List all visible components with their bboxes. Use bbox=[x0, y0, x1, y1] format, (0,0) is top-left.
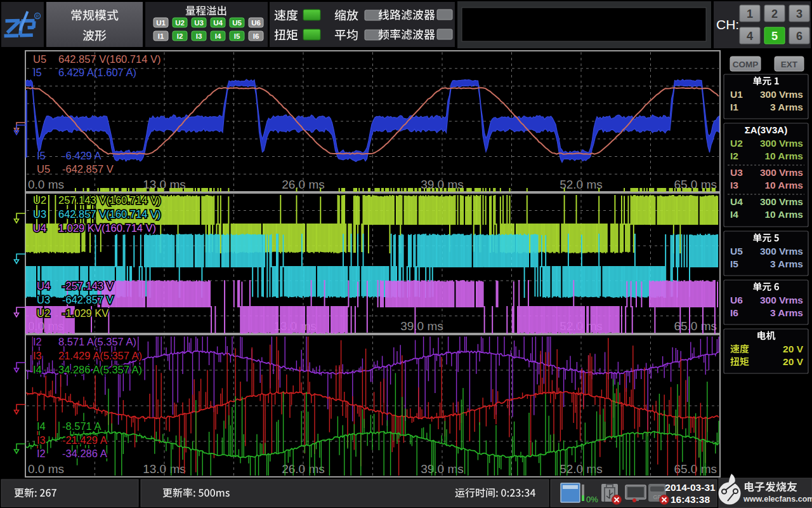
svg-text:-21.429 A: -21.429 A bbox=[62, 434, 107, 446]
svg-text:I2: I2 bbox=[37, 448, 46, 459]
svg-text:3 Arms: 3 Arms bbox=[770, 258, 803, 269]
svg-text:10 Arms: 10 Arms bbox=[764, 150, 803, 161]
svg-text:300 Vrms: 300 Vrms bbox=[760, 295, 803, 305]
svg-text:I5: I5 bbox=[33, 67, 42, 78]
svg-text:U2: U2 bbox=[175, 19, 185, 27]
svg-text:I5: I5 bbox=[37, 150, 46, 161]
svg-text:ΣA(3V3A): ΣA(3V3A) bbox=[745, 124, 787, 135]
svg-text:0.0 ms: 0.0 ms bbox=[28, 462, 64, 476]
svg-text:300 Vrms: 300 Vrms bbox=[760, 89, 803, 100]
svg-text:39.0 ms: 39.0 ms bbox=[421, 462, 464, 476]
svg-text:U2: U2 bbox=[730, 138, 743, 149]
svg-text:I4: I4 bbox=[33, 364, 42, 375]
svg-text:16:43:38: 16:43:38 bbox=[671, 494, 710, 505]
svg-text:20 V: 20 V bbox=[783, 344, 804, 354]
svg-text:300 Vrms: 300 Vrms bbox=[760, 167, 803, 178]
svg-text:U4: U4 bbox=[33, 222, 46, 234]
svg-text:257.143 V(160.714 V): 257.143 V(160.714 V) bbox=[58, 194, 160, 206]
svg-text:U2: U2 bbox=[33, 194, 46, 206]
svg-text:6.429 A(1.607 A): 6.429 A(1.607 A) bbox=[58, 67, 136, 78]
svg-text:www.elecfans.com: www.elecfans.com bbox=[743, 495, 812, 504]
svg-text:I6: I6 bbox=[253, 32, 259, 40]
svg-text:U2: U2 bbox=[37, 307, 50, 319]
svg-text:-34.286 A: -34.286 A bbox=[62, 448, 107, 459]
svg-text:I1: I1 bbox=[158, 32, 164, 40]
svg-text:I5: I5 bbox=[234, 32, 240, 40]
svg-text:52.0 ms: 52.0 ms bbox=[560, 462, 603, 476]
svg-text:642.857 V(160.714 V): 642.857 V(160.714 V) bbox=[58, 53, 160, 65]
svg-text:3 Arms: 3 Arms bbox=[770, 307, 803, 318]
svg-text:21.429 A(5.357 A): 21.429 A(5.357 A) bbox=[58, 350, 142, 361]
svg-text:642.857 V(160.714 V): 642.857 V(160.714 V) bbox=[58, 208, 160, 220]
svg-text:I1: I1 bbox=[730, 102, 738, 112]
svg-text:U4: U4 bbox=[213, 19, 223, 27]
svg-text:5: 5 bbox=[771, 30, 778, 43]
svg-text:I3: I3 bbox=[33, 350, 42, 361]
svg-text:1: 1 bbox=[747, 8, 753, 20]
svg-text:-6.429 A: -6.429 A bbox=[62, 150, 101, 161]
svg-text:EXT: EXT bbox=[781, 60, 798, 69]
svg-text:26.0 ms: 26.0 ms bbox=[282, 178, 325, 191]
svg-text:2014-03-31: 2014-03-31 bbox=[665, 482, 716, 493]
svg-text:-1.029 KV: -1.029 KV bbox=[62, 307, 108, 319]
svg-text:U3: U3 bbox=[194, 19, 204, 27]
svg-text:I2: I2 bbox=[730, 150, 738, 161]
svg-text:0%: 0% bbox=[586, 495, 598, 504]
svg-text:I2: I2 bbox=[33, 336, 42, 347]
svg-text:U1: U1 bbox=[156, 19, 166, 27]
svg-text:U5: U5 bbox=[730, 246, 743, 257]
svg-text:U6: U6 bbox=[730, 295, 743, 305]
svg-text:20 V: 20 V bbox=[783, 356, 804, 367]
svg-text:U5: U5 bbox=[33, 53, 46, 65]
svg-text:300 Vrms: 300 Vrms bbox=[760, 246, 803, 257]
svg-text:-642.857 V: -642.857 V bbox=[62, 294, 114, 305]
svg-text:300 Vrms: 300 Vrms bbox=[760, 196, 803, 207]
svg-text:U6: U6 bbox=[251, 19, 261, 27]
svg-text:8.571 A(5.357 A): 8.571 A(5.357 A) bbox=[58, 336, 136, 347]
svg-text:I4: I4 bbox=[215, 32, 221, 40]
svg-text:3: 3 bbox=[796, 8, 802, 20]
svg-text:I3: I3 bbox=[730, 180, 738, 190]
svg-text:-642.857 V: -642.857 V bbox=[62, 163, 114, 175]
svg-text:U5: U5 bbox=[232, 19, 242, 27]
svg-text:4: 4 bbox=[747, 30, 753, 43]
svg-text:-8.571 A: -8.571 A bbox=[62, 420, 101, 432]
svg-text:-257.143 V: -257.143 V bbox=[62, 280, 114, 291]
svg-text:U5: U5 bbox=[37, 163, 50, 175]
svg-text:U3: U3 bbox=[33, 208, 46, 220]
svg-text:I2: I2 bbox=[177, 32, 183, 40]
svg-text:1.029 KV(160.714 V): 1.029 KV(160.714 V) bbox=[58, 222, 156, 234]
svg-text:I3: I3 bbox=[196, 32, 202, 40]
svg-text:I3: I3 bbox=[37, 434, 46, 446]
svg-text:U1: U1 bbox=[730, 89, 743, 100]
svg-text:CH:: CH: bbox=[716, 17, 739, 32]
svg-text:10 Arms: 10 Arms bbox=[764, 180, 803, 190]
svg-text:3 Arms: 3 Arms bbox=[770, 102, 803, 112]
svg-text:26.0 ms: 26.0 ms bbox=[282, 462, 325, 476]
svg-text:U4: U4 bbox=[37, 280, 50, 291]
svg-text:I4: I4 bbox=[37, 420, 46, 432]
svg-text:I6: I6 bbox=[730, 307, 738, 318]
svg-text:39.0 ms: 39.0 ms bbox=[400, 319, 443, 333]
svg-text:10 Arms: 10 Arms bbox=[764, 209, 803, 220]
svg-text:6: 6 bbox=[796, 30, 802, 43]
svg-text:0.0 ms: 0.0 ms bbox=[28, 178, 64, 191]
svg-text:I5: I5 bbox=[730, 258, 738, 269]
svg-text:R: R bbox=[36, 14, 39, 18]
svg-text:34.286 A(5.357 A): 34.286 A(5.357 A) bbox=[58, 364, 142, 375]
svg-text:U3: U3 bbox=[37, 294, 50, 305]
svg-text:U4: U4 bbox=[730, 196, 743, 207]
svg-text:2: 2 bbox=[771, 8, 778, 20]
svg-text:COMP: COMP bbox=[733, 60, 759, 69]
svg-text:I4: I4 bbox=[730, 209, 738, 220]
svg-text:U3: U3 bbox=[730, 167, 743, 178]
svg-text:52.0 ms: 52.0 ms bbox=[560, 178, 603, 191]
svg-text:300 Vrms: 300 Vrms bbox=[760, 138, 803, 149]
